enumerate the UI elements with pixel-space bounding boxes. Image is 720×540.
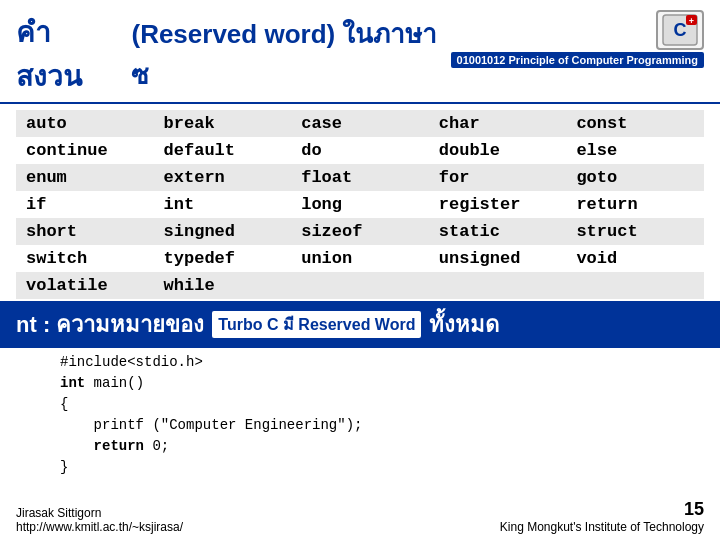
banner-section: nt : ความหมายของ Turbo C มี Reserved Wor… — [0, 301, 720, 348]
banner-left-text: nt : ความหมายของ — [16, 307, 204, 342]
table-cell: enum — [16, 164, 154, 191]
table-cell: extern — [154, 164, 292, 191]
title-en: (Reserved word) ในภาษาซ — [131, 13, 450, 95]
table-cell: volatile — [16, 272, 154, 299]
table-cell: for — [429, 164, 567, 191]
code-line-6: } — [60, 457, 660, 478]
table-cell: default — [154, 137, 292, 164]
table-cell: int — [154, 191, 292, 218]
table-cell: char — [429, 110, 567, 137]
author-website: http://www.kmitl.ac.th/~ksjirasa/ — [16, 520, 183, 534]
author-name: Jirasak Sittigorn — [16, 506, 183, 520]
table-cell: double — [429, 137, 567, 164]
header-left: คำสงวน (Reserved word) ในภาษาซ — [16, 10, 451, 98]
table-cell: static — [429, 218, 567, 245]
header: คำสงวน (Reserved word) ในภาษาซ C + 01001… — [0, 0, 720, 102]
svg-text:C: C — [674, 20, 687, 40]
table-cell: struct — [566, 218, 704, 245]
table-cell: typedef — [154, 245, 292, 272]
table-cell: const — [566, 110, 704, 137]
table-cell: union — [291, 245, 429, 272]
table-cell: void — [566, 245, 704, 272]
table-cell: continue — [16, 137, 154, 164]
banner-reserved-label: Turbo C มี Reserved Word — [212, 311, 421, 338]
header-right: C + 01001012 Principle of Computer Progr… — [451, 10, 704, 68]
footer-right: 15 King Mongkut's Institute of Technolog… — [500, 499, 704, 534]
table-cell — [291, 272, 429, 299]
footer: Jirasak Sittigorn http://www.kmitl.ac.th… — [0, 495, 720, 540]
table-cell: float — [291, 164, 429, 191]
table-cell: register — [429, 191, 567, 218]
code-line-4: printf ("Computer Engineering"); — [60, 415, 660, 436]
table-cell: case — [291, 110, 429, 137]
table-cell: do — [291, 137, 429, 164]
code-line-2: int main() — [60, 373, 660, 394]
table-cell: goto — [566, 164, 704, 191]
table-container: auto break case char const continue defa… — [0, 104, 720, 301]
reserved-words-table: auto break case char const continue defa… — [16, 110, 704, 299]
table-cell: unsigned — [429, 245, 567, 272]
code-line-3: { — [60, 394, 660, 415]
code-section: #include<stdio.h> int main() { printf ("… — [0, 348, 720, 480]
table-row: continue default do double else — [16, 137, 704, 164]
table-cell: if — [16, 191, 154, 218]
title-thai: คำสงวน — [16, 10, 115, 98]
table-cell: short — [16, 218, 154, 245]
svg-text:+: + — [689, 16, 694, 26]
table-row: auto break case char const — [16, 110, 704, 137]
table-cell: auto — [16, 110, 154, 137]
code-line-5: return 0; — [60, 436, 660, 457]
table-cell — [566, 272, 704, 299]
table-cell: while — [154, 272, 292, 299]
table-row: if int long register return — [16, 191, 704, 218]
table-cell: break — [154, 110, 292, 137]
table-cell: long — [291, 191, 429, 218]
logo-icon: C + — [656, 10, 704, 50]
table-row: switch typedef union unsigned void — [16, 245, 704, 272]
page-container: คำสงวน (Reserved word) ในภาษาซ C + 01001… — [0, 0, 720, 480]
table-row: volatile while — [16, 272, 704, 299]
banner-right-text: ทั้งหมด — [429, 307, 499, 342]
footer-left: Jirasak Sittigorn http://www.kmitl.ac.th… — [16, 506, 183, 534]
page-number: 15 — [500, 499, 704, 520]
table-row: short singned sizeof static struct — [16, 218, 704, 245]
institute-name: King Mongkut's Institute of Technology — [500, 520, 704, 534]
table-cell — [429, 272, 567, 299]
course-badge: 01001012 Principle of Computer Programmi… — [451, 52, 704, 68]
table-row: enum extern float for goto — [16, 164, 704, 191]
table-cell: singned — [154, 218, 292, 245]
table-cell: sizeof — [291, 218, 429, 245]
table-cell: switch — [16, 245, 154, 272]
table-cell: return — [566, 191, 704, 218]
code-line-1: #include<stdio.h> — [60, 352, 660, 373]
table-cell: else — [566, 137, 704, 164]
